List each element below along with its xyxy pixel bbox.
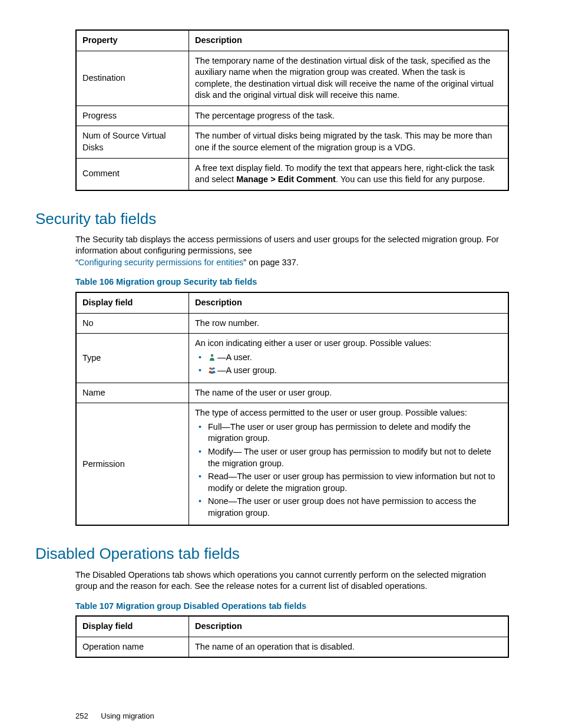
user-group-icon [208,366,216,374]
chapter-title: Using migration [101,711,154,720]
list-item: Full—The user or user group has permissi… [197,421,502,444]
list-item: Modify— The user or user group has permi… [197,446,502,469]
table-header-row: Display field Description [76,616,508,637]
cell-display-field: Type [76,334,189,383]
cell-description: The temporary name of the destination vi… [189,51,509,106]
table-header-row: Display field Description [76,292,508,313]
text: An icon indicating either a user or user… [195,338,431,348]
bold-text: Manage > Edit Comment [236,174,336,184]
cell-description: A free text display field. To modify the… [189,158,509,190]
heading-disabled-operations: Disabled Operations tab fields [35,543,509,564]
cell-description: The row number. [189,313,509,334]
list-item: None—The user or user group does not hav… [197,496,502,519]
cell-display-field: Operation name [76,637,189,657]
col-property: Property [76,30,189,51]
svg-point-0 [211,354,213,356]
bullet-list: Full—The user or user group has permissi… [195,421,502,519]
table-row: No The row number. [76,313,508,334]
table-row: Type An icon indicating either a user or… [76,334,508,383]
table-row: Permission The type of access permitted … [76,403,508,526]
table-row: Progress The percentage progress of the … [76,106,508,126]
property-table: Property Description Destination The tem… [75,29,509,191]
disabled-ops-table: Display field Description Operation name… [75,615,509,658]
cell-property: Comment [76,158,189,190]
table-caption: Table 107 Migration group Disabled Opera… [75,601,509,612]
table-row: Operation name The name of an operation … [76,637,508,657]
paragraph: The Disabled Operations tab shows which … [75,569,509,592]
security-table: Display field Description No The row num… [75,292,509,526]
page-number: 252 [75,711,88,720]
bullet-list: —A user. —A user group. [195,352,502,377]
col-display-field: Display field [76,616,189,637]
cell-display-field: Name [76,383,189,403]
paragraph: The Security tab displays the access per… [75,234,509,269]
text: . You can use this field for any purpose… [336,174,485,184]
cell-description: The type of access permitted to the user… [189,403,509,526]
svg-point-3 [211,368,213,370]
page-content: Property Description Destination The tem… [75,29,509,722]
link-configuring-security[interactable]: Configuring security permissions for ent… [78,258,243,267]
table-row: Comment A free text display field. To mo… [76,158,508,190]
col-description: Description [189,292,509,313]
cell-property: Destination [76,51,189,106]
cell-description: The name of the user or user group. [189,383,509,403]
text: ” on page 337. [243,258,299,267]
text: The type of access permitted to the user… [195,408,467,417]
text: —A user. [217,353,252,362]
col-description: Description [189,30,509,51]
cell-property: Num of Source Virtual Disks [76,126,189,158]
list-item: Read—The user or user group has permissi… [197,471,502,494]
page-footer: 252 Using migration [75,711,509,722]
cell-description: The number of virtual disks being migrat… [189,126,509,158]
cell-description: An icon indicating either a user or user… [189,334,509,383]
table-row: Name The name of the user or user group. [76,383,508,403]
cell-description: The name of an operation that is disable… [189,637,509,657]
text: The Security tab displays the access per… [75,235,499,256]
cell-description: The percentage progress of the task. [189,106,509,126]
user-icon [208,353,216,361]
cell-display-field: Permission [76,403,189,526]
col-display-field: Display field [76,292,189,313]
table-caption: Table 106 Migration group Security tab f… [75,276,509,288]
list-item: —A user. [197,352,502,364]
table-header-row: Property Description [76,30,508,51]
cell-display-field: No [76,313,189,334]
text: —A user group. [217,365,277,375]
table-row: Destination The temporary name of the de… [76,51,508,106]
table-row: Num of Source Virtual Disks The number o… [76,126,508,158]
cell-property: Progress [76,106,189,126]
col-description: Description [189,616,509,637]
list-item: —A user group. [197,365,502,377]
heading-security-tab-fields: Security tab fields [35,209,509,229]
